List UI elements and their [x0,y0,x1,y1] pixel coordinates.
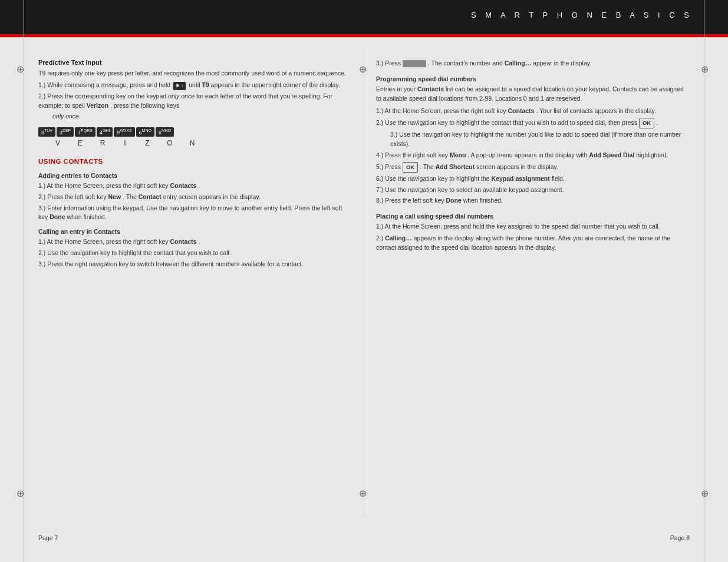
left-column: Predictive Text Input T9 requires only o… [32,47,364,515]
programming-speed-dial-title: Programming speed dial numbers [376,75,690,82]
letter-z: Z [136,139,159,147]
top-bar: S M A R T P H O N E B A S I C S [0,0,728,34]
right-column: 3.) Press . The contact’s number and Cal… [364,47,696,515]
letters-display: V E R I Z O N [47,139,352,147]
letter-i: I [114,139,136,147]
placing-step1: 1.) At the Home Screen, press and hold t… [376,222,690,232]
adding-step2: 2.) Press the left soft key New . The Co… [38,193,352,202]
header-title: S M A R T P H O N E B A S I C S [471,11,693,19]
calling-step3: 3.) Press the right navigation key to sw… [38,260,352,269]
reg-mark-bottom-right [701,488,711,498]
adding-entries-subtitle: Adding entries to Contacts [38,172,352,179]
red-accent-line [0,34,728,37]
predictive-step1: 1.) While composing a message, press and… [38,81,352,90]
letter-n: N [181,139,203,147]
adding-step3: 3.) Enter information using the keypad. … [38,204,352,223]
calling-step1: 1.) At the Home Screen, press the right … [38,237,352,247]
predictive-text-intro: T9 requires only one key press per lette… [38,69,352,78]
calling-entry-subtitle: Calling an entry in Contacts [38,228,352,235]
right-step3: 3.) Press . The contact’s number and Cal… [376,59,690,68]
predictive-step2-end2: , press the following keys [110,102,179,109]
adding-step1: 1.) At the Home Screen, press the right … [38,181,352,191]
page-wrapper: S M A R T P H O N E B A S I C S Predicti… [0,0,728,562]
predictive-step2-italic2: only once. [52,113,81,120]
speed-step2: 2.) Use the navigation key to highlight … [376,118,690,128]
predictive-step1-text: 1.) While composing a message, press and… [38,81,170,88]
speed-step4: 4.) Press the right soft key Menu . A po… [376,151,690,160]
left-border [24,0,24,562]
key-7pqrs: 7PQRS [75,127,95,137]
page-number-left: Page 7 [38,534,58,541]
content-area: Predictive Text Input T9 requires only o… [32,47,696,515]
key-4ghi: 4GHI [97,127,113,137]
predictive-text-title: Predictive Text Input [38,59,352,66]
placing-step2: 2.) Calling… appears in the display alon… [376,234,690,253]
predictive-step2: 2.) Press the corresponding key on the k… [38,92,352,111]
letter-e: E [69,139,91,147]
key-8tuv: 8TUV [38,127,55,137]
key-9wxyz: 9WXYZ [114,127,134,137]
speed-step1: 1.) At the Home Screen, press the right … [376,107,690,116]
key-6mno-1: 6MNO [136,127,154,137]
reg-mark-top-left [17,64,27,74]
speed-step5: 5.) Press OK . The Add Shortcut screen a… [376,162,690,173]
letter-o: O [159,139,181,147]
predictive-step1-middle: until [189,81,200,88]
letter-r: R [91,139,114,147]
keypad-display: 8TUV 3DEF 7PQRS 4GHI 9WXYZ 6MNO 6MNO [38,127,352,137]
speed-step7: 7.) Use the navigation key to select an … [376,186,690,195]
speed-step3: 3.) Use the navigation key to highlight … [376,130,690,149]
predictive-step2-only-once: only once. [38,112,352,121]
ok-key-step5: OK [403,162,418,173]
predictive-step2-italic: only once [168,92,195,100]
placing-call-title: Placing a call using speed dial numbers [376,213,690,220]
page-number-right: Page 8 [670,534,690,541]
speed-dial-intro: Entries in your Contacts list can be ass… [376,85,690,104]
predictive-step2-bold: Verizon [87,102,108,109]
predictive-step1-bold: T9 [202,81,209,88]
reg-mark-top-right [701,64,711,74]
key-6mno-2: 6MNO [156,127,174,137]
letter-v: V [47,139,69,147]
special-key-icon: ✱ ↑ [173,82,186,90]
ok-key-step2: OK [639,118,654,128]
speed-step8: 8.) Press the left soft key Done when fi… [376,196,690,206]
calling-step2: 2.) Use the navigation key to highlight … [38,249,352,258]
using-contacts-header: USING CONTACTS [38,158,352,165]
speed-step6: 6.) Use the navigation key to highlight … [376,174,690,184]
predictive-step1-end: appears in the upper right corner of the… [211,81,340,88]
predictive-step2-start: 2.) Press the corresponding key on the k… [38,92,166,100]
right-border [704,0,704,562]
highlight-box [403,60,426,67]
key-3def: 3DEF [57,127,74,137]
reg-mark-bottom-left [17,488,27,498]
